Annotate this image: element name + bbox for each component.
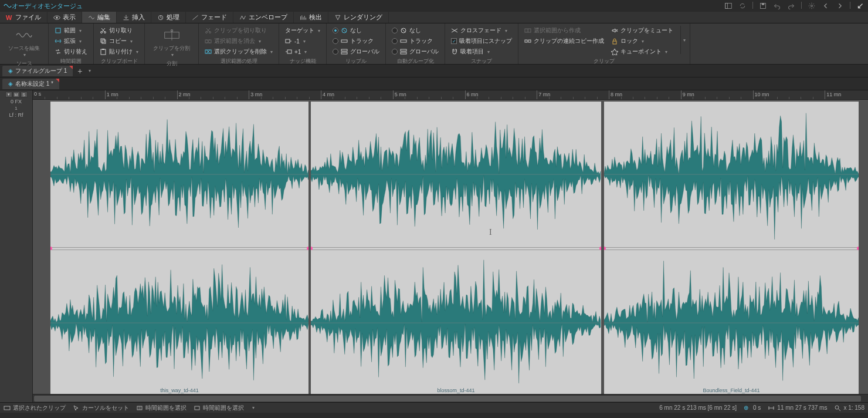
menu-insert[interactable]: 挿入 xyxy=(117,12,151,23)
copy-button[interactable]: コピー▾ xyxy=(97,36,141,46)
delete-clip-icon xyxy=(205,48,212,55)
menu-fade[interactable]: フェード xyxy=(186,12,233,23)
autogroup-none-radio[interactable]: なし xyxy=(389,26,441,35)
clip-group-expand[interactable]: ▾ xyxy=(683,38,686,43)
mute-button[interactable]: M xyxy=(13,92,20,97)
back-icon[interactable] xyxy=(822,2,830,10)
paste-button[interactable]: 貼り付け▾ xyxy=(97,47,141,56)
audio-clip[interactable]: Boundless_Field_td-441 xyxy=(603,101,859,395)
svg-rect-45 xyxy=(195,406,199,410)
redo-icon[interactable] xyxy=(787,2,795,10)
wavelab-icon: W xyxy=(6,14,13,21)
edit-source-button[interactable]: ソースを編集 ▾ xyxy=(4,26,45,59)
fx-label[interactable]: 0 FX xyxy=(11,99,22,105)
menu-envelope[interactable]: エンベロープ xyxy=(233,12,294,23)
svg-rect-28 xyxy=(401,40,406,42)
range-button[interactable]: 範囲▾ xyxy=(52,26,90,35)
autogroup-global-radio[interactable]: グローバル xyxy=(389,47,441,56)
filegroup-tab[interactable]: ◈ ファイルグループ 1 xyxy=(2,66,73,76)
magnets-button[interactable]: 吸着項目▾ xyxy=(449,47,514,56)
menu-render[interactable]: レンダリング xyxy=(328,12,389,23)
extend-icon xyxy=(55,38,62,45)
radio-icon xyxy=(392,38,398,44)
lock-button[interactable]: ロック▾ xyxy=(609,36,676,46)
audio-clip[interactable]: blossom_td-441 xyxy=(310,101,602,395)
extend-button[interactable]: 拡張▾ xyxy=(52,36,90,46)
svg-rect-13 xyxy=(101,49,106,55)
save-icon[interactable] xyxy=(759,2,767,10)
montage-icon: ◈ xyxy=(8,80,13,87)
svg-rect-11 xyxy=(101,39,104,42)
status-total: 11 mn 27 s 737 ms xyxy=(768,404,827,412)
range-icon xyxy=(55,27,62,34)
cut-button[interactable]: 切り取り xyxy=(97,26,141,35)
chain-copy-button[interactable]: クリップの連続コピー作成 xyxy=(522,36,606,46)
delete-sel-clip-button[interactable]: 選択クリップを削除▾ xyxy=(202,47,275,56)
svg-rect-21 xyxy=(286,39,290,43)
nudge-target-button[interactable]: ターゲット▾ xyxy=(283,26,323,35)
solo-button[interactable]: S xyxy=(21,92,28,97)
nudge-left-icon xyxy=(285,38,292,45)
group-label-timesel: 時間範囲 xyxy=(52,56,90,66)
magnet-icon xyxy=(451,48,458,55)
svg-rect-32 xyxy=(527,29,529,32)
menu-detect[interactable]: 検出 xyxy=(294,12,328,23)
forward-icon[interactable] xyxy=(836,2,844,10)
radio-icon xyxy=(392,49,398,55)
svg-point-46 xyxy=(835,406,839,409)
window-title: オーディオモンタージュ xyxy=(12,2,724,11)
svg-rect-8 xyxy=(56,28,60,33)
sync-icon[interactable] xyxy=(738,2,747,10)
autogroup-track-radio[interactable]: トラック xyxy=(389,36,441,46)
ruler[interactable]: 0 s 1 mn2 mn3 mn4 mn5 mn6 mn7 mn8 mn9 mn… xyxy=(33,90,868,100)
track-menu-button[interactable]: ▾ xyxy=(5,92,12,97)
mute-icon xyxy=(611,27,618,34)
ripple-none-radio[interactable]: なし xyxy=(330,26,382,35)
cursor-icon xyxy=(73,404,80,412)
file-tabs: ◈ 名称未設定 1 * xyxy=(0,77,868,90)
track-icon xyxy=(341,38,348,45)
undo-icon[interactable] xyxy=(773,2,781,10)
settings-icon[interactable] xyxy=(808,2,816,10)
filegroup-dropdown[interactable]: ▾ xyxy=(89,68,91,73)
menu-file[interactable]: Wファイル xyxy=(0,12,48,23)
crossfade-button[interactable]: クロスフェード▾ xyxy=(449,26,514,35)
file-tab[interactable]: ◈ 名称未設定 1 * xyxy=(2,79,59,89)
nudge-minus-button[interactable]: -1▾ xyxy=(283,36,323,46)
channel-label: Lf : Rf xyxy=(9,112,23,118)
waveform xyxy=(311,102,601,247)
menu-view[interactable]: 表示 xyxy=(48,12,82,23)
cuepoint-button[interactable]: キューポイント▾ xyxy=(609,47,676,56)
status-dropdown[interactable]: ▾ xyxy=(251,405,255,410)
ruler-mark: 11 mn xyxy=(825,90,841,99)
radio-icon xyxy=(333,28,338,33)
snap-magnets-check[interactable]: ✓吸着項目にスナップ xyxy=(449,36,514,46)
modified-indicator xyxy=(56,79,59,82)
tracks[interactable]: this_way_td-441blossom_td-441Boundless_F… xyxy=(33,100,868,394)
svg-point-4 xyxy=(811,5,813,7)
add-filegroup-button[interactable]: + xyxy=(75,66,84,76)
clip-icon xyxy=(4,404,11,412)
svg-rect-12 xyxy=(102,40,106,43)
collapse-icon[interactable] xyxy=(856,2,864,10)
nudge-plus-button[interactable]: +1▾ xyxy=(283,47,323,56)
editor: ▾ M S 0 FX 1 Lf : Rf 0 s 1 mn2 mn3 mn4 m… xyxy=(0,90,868,402)
ripple-track-radio[interactable]: トラック xyxy=(330,36,382,46)
timeline-area: 0 s 1 mn2 mn3 mn4 mn5 mn6 mn7 mn8 mn9 mn… xyxy=(33,90,868,402)
eye-icon xyxy=(53,14,60,21)
cut-clip-button: クリップを切り取り xyxy=(202,26,275,35)
menu-process[interactable]: 処理 xyxy=(151,12,186,23)
menu-edit[interactable]: 編集 xyxy=(82,12,117,23)
wave-icon xyxy=(16,27,32,43)
split-clip-button[interactable]: クリップを分割 ▾ xyxy=(148,26,195,59)
ripple-global-radio[interactable]: グローバル xyxy=(330,47,382,56)
scissors-icon xyxy=(100,27,107,34)
layout-icon[interactable] xyxy=(724,2,733,10)
statusbar: 選択されたクリップ カーソルをセット 時間範囲を選択 時間範囲を選択 ▾ 6 m… xyxy=(0,402,868,413)
hscrollbar[interactable] xyxy=(33,394,868,402)
hscroll-thumb[interactable] xyxy=(34,396,861,402)
audio-clip[interactable]: this_way_td-441 xyxy=(50,101,309,395)
status-zoom: x 1: 158 xyxy=(834,404,864,412)
mute-clip-button[interactable]: クリップをミュート xyxy=(609,26,676,35)
swap-button[interactable]: 切り替え xyxy=(52,47,90,56)
